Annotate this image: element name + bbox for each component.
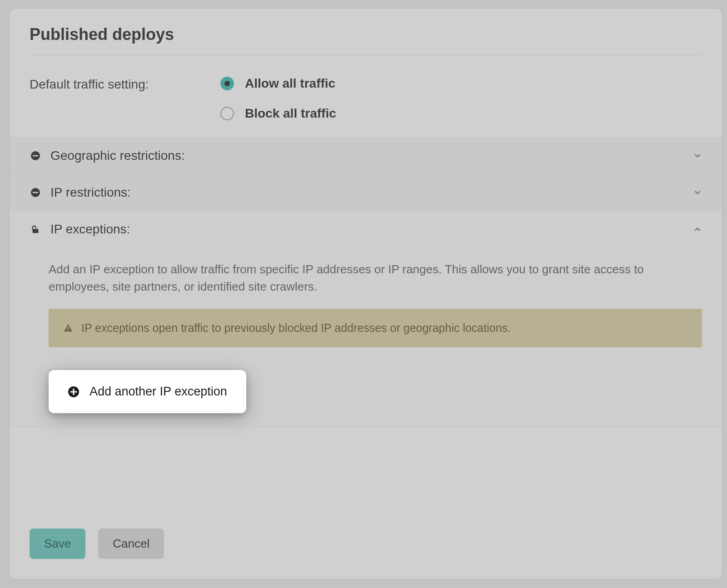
- plus-circle-icon: [68, 386, 80, 398]
- ip-restrictions-label: IP restrictions:: [50, 185, 693, 200]
- warning-icon: [63, 323, 73, 333]
- ip-exceptions-description: Add an IP exception to allow traffic fro…: [49, 261, 702, 295]
- geographic-restrictions-label: Geographic restrictions:: [50, 148, 693, 163]
- allow-all-traffic-label: Allow all traffic: [245, 76, 335, 91]
- svg-rect-3: [33, 192, 38, 193]
- ip-exceptions-toggle[interactable]: IP exceptions:: [10, 211, 722, 247]
- minus-circle-icon: [30, 187, 41, 198]
- svg-rect-4: [33, 229, 39, 233]
- default-traffic-label: Default traffic setting:: [30, 76, 220, 92]
- traffic-radio-group: Allow all traffic Block all traffic: [220, 76, 336, 121]
- restrictions-accordion: Geographic restrictions: IP restrictions…: [10, 137, 722, 427]
- chevron-down-icon: [693, 188, 702, 197]
- ip-exceptions-body: Add an IP exception to allow traffic fro…: [10, 247, 722, 427]
- ip-exceptions-warning: IP exceptions open traffic to previously…: [49, 309, 702, 347]
- footer-actions: Save Cancel: [30, 529, 164, 559]
- ip-exceptions-warning-text: IP exceptions open traffic to previously…: [81, 321, 511, 335]
- svg-rect-9: [70, 391, 77, 392]
- chevron-down-icon: [693, 151, 702, 160]
- svg-rect-6: [68, 330, 69, 331]
- svg-rect-5: [68, 326, 69, 329]
- default-traffic-setting: Default traffic setting: Allow all traff…: [30, 76, 702, 121]
- add-ip-exception-button[interactable]: Add another IP exception: [49, 370, 246, 413]
- ip-restrictions-toggle[interactable]: IP restrictions:: [10, 174, 722, 211]
- minus-circle-icon: [30, 150, 41, 162]
- radio-selected-icon: [220, 77, 234, 90]
- panel-title: Published deploys: [30, 25, 702, 55]
- geographic-restrictions-toggle[interactable]: Geographic restrictions:: [10, 138, 722, 174]
- add-ip-exception-label: Add another IP exception: [90, 385, 227, 399]
- radio-unselected-icon: [220, 107, 234, 120]
- unlock-icon: [30, 223, 41, 235]
- geographic-restrictions-row: Geographic restrictions:: [10, 138, 722, 174]
- cancel-button[interactable]: Cancel: [98, 529, 164, 559]
- chevron-up-icon: [693, 225, 702, 234]
- save-button[interactable]: Save: [30, 529, 85, 559]
- ip-exceptions-row: IP exceptions: Add an IP exception to al…: [10, 211, 722, 427]
- block-all-traffic-radio[interactable]: Block all traffic: [220, 106, 336, 121]
- ip-exceptions-label: IP exceptions:: [50, 222, 693, 237]
- allow-all-traffic-radio[interactable]: Allow all traffic: [220, 76, 336, 91]
- published-deploys-panel: Published deploys Default traffic settin…: [9, 8, 722, 579]
- block-all-traffic-label: Block all traffic: [245, 106, 336, 121]
- ip-restrictions-row: IP restrictions:: [10, 174, 722, 211]
- svg-rect-1: [33, 155, 38, 157]
